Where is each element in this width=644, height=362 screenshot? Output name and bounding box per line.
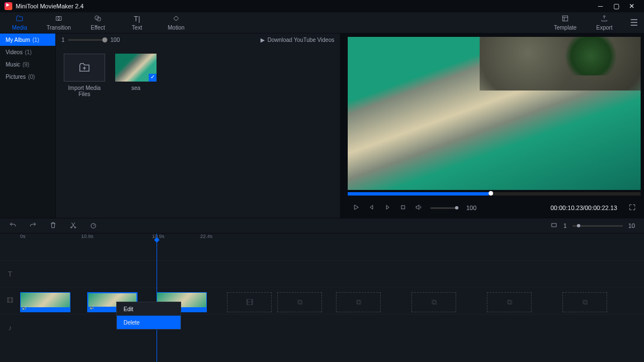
split-button[interactable] bbox=[69, 221, 77, 231]
link-icon: ⧉ bbox=[432, 298, 437, 307]
drop-slot[interactable]: ⧉ bbox=[336, 292, 381, 312]
text-track-icon: T bbox=[0, 270, 20, 278]
drop-slot[interactable]: ⧉ bbox=[277, 292, 322, 312]
svg-rect-8 bbox=[7, 298, 12, 302]
delete-button[interactable] bbox=[49, 221, 57, 231]
video-track[interactable]: 🎞 ⧉ ⧉ ⧉ ⧉ ⧉ bbox=[0, 287, 644, 314]
drop-slot[interactable]: ⧉ bbox=[411, 292, 456, 312]
album-pictures[interactable]: Pictures(0) bbox=[0, 70, 55, 83]
fullscreen-button[interactable] bbox=[628, 203, 636, 213]
context-menu-edit[interactable]: Edit bbox=[117, 302, 181, 316]
thumb-zoom-max: 100 bbox=[111, 37, 120, 43]
time-display: 00:00:10.23/00:00:22.13 bbox=[551, 204, 617, 211]
svg-rect-3 bbox=[401, 206, 405, 209]
next-frame-button[interactable] bbox=[383, 203, 391, 213]
preview-canvas[interactable] bbox=[348, 37, 641, 190]
title-bar: MiniTool MovieMaker 2.4 ─ ▢ ✕ bbox=[0, 0, 644, 12]
volume-slider[interactable] bbox=[430, 207, 458, 209]
thumb-zoom-slider[interactable] bbox=[68, 39, 107, 41]
volume-icon[interactable] bbox=[415, 203, 423, 213]
text-track[interactable]: T bbox=[0, 260, 644, 287]
minimize-button[interactable]: ─ bbox=[593, 2, 608, 10]
export-button[interactable]: Export bbox=[585, 12, 624, 34]
film-icon: 🎞 bbox=[246, 298, 253, 307]
transition-icon bbox=[55, 15, 63, 23]
redo-button[interactable] bbox=[29, 221, 37, 231]
playhead[interactable] bbox=[157, 234, 157, 362]
context-menu-delete[interactable]: Delete bbox=[117, 316, 181, 329]
tab-text[interactable]: T| Text bbox=[117, 12, 157, 34]
tab-effect[interactable]: Effect bbox=[78, 12, 117, 34]
drop-slot[interactable]: ⧉ bbox=[487, 292, 532, 312]
audio-track-icon: ♪ bbox=[0, 323, 20, 332]
audio-track[interactable]: ♪ bbox=[0, 314, 644, 341]
youtube-icon: ▶ bbox=[261, 37, 265, 43]
clip-thumbnail bbox=[115, 54, 157, 82]
album-my-album[interactable]: My Album(1) bbox=[0, 34, 55, 46]
folder-icon bbox=[16, 15, 23, 23]
undo-button[interactable] bbox=[9, 221, 17, 231]
media-panel: 1 100 ▶ Download YouTube Videos Import M… bbox=[56, 34, 340, 218]
effect-icon bbox=[94, 15, 102, 23]
drop-slot[interactable]: 🎞 bbox=[227, 292, 272, 312]
tab-transition[interactable]: Transition bbox=[39, 12, 78, 34]
album-sidebar: My Album(1) Videos(1) Music(9) Pictures(… bbox=[0, 34, 56, 218]
timeline-zoom-slider[interactable] bbox=[572, 225, 623, 227]
play-button[interactable] bbox=[352, 203, 360, 213]
context-menu: Edit Delete bbox=[116, 302, 181, 330]
template-button[interactable]: Template bbox=[546, 12, 585, 34]
thumb-zoom-min: 1 bbox=[61, 37, 65, 43]
album-videos[interactable]: Videos(1) bbox=[0, 46, 55, 58]
panel-divider[interactable] bbox=[340, 34, 344, 218]
stop-button[interactable] bbox=[399, 203, 407, 213]
svg-rect-2 bbox=[562, 16, 567, 21]
prev-frame-button[interactable] bbox=[368, 203, 376, 213]
import-folder-icon bbox=[64, 54, 105, 82]
svg-point-6 bbox=[91, 223, 96, 228]
template-icon bbox=[561, 15, 569, 23]
volume-value: 100 bbox=[466, 204, 476, 211]
tl-zoom-max: 10 bbox=[628, 222, 635, 229]
download-youtube-link[interactable]: ▶ Download YouTube Videos bbox=[261, 37, 334, 43]
tab-media[interactable]: Media bbox=[0, 12, 39, 34]
tab-motion[interactable]: Motion bbox=[157, 12, 196, 34]
motion-icon bbox=[172, 15, 180, 23]
svg-point-4 bbox=[70, 226, 72, 227]
main-toolbar: Media Transition Effect T| Text Motion T… bbox=[0, 12, 644, 34]
export-icon bbox=[600, 15, 608, 23]
timeline: 0s 10.9s 10.9s 22.4s T 🎞 ⧉ ⧉ ⧉ ⧉ ⧉ ♪ bbox=[0, 234, 644, 362]
preview-panel: 100 00:00:10.23/00:00:22.13 bbox=[344, 34, 644, 218]
drop-slot[interactable]: ⧉ bbox=[562, 292, 607, 312]
menu-button[interactable]: ☰ bbox=[624, 17, 644, 28]
speed-button[interactable] bbox=[89, 221, 97, 231]
link-icon: ⧉ bbox=[583, 298, 588, 307]
time-ruler[interactable]: 0s 10.9s 10.9s 22.4s bbox=[0, 234, 644, 245]
timeline-clip-1[interactable] bbox=[20, 292, 70, 312]
svg-point-5 bbox=[74, 226, 75, 227]
album-music[interactable]: Music(9) bbox=[0, 58, 55, 70]
text-icon: T| bbox=[134, 15, 140, 23]
video-track-icon bbox=[0, 296, 20, 306]
link-icon: ⧉ bbox=[297, 298, 302, 307]
tl-zoom-min: 1 bbox=[564, 222, 567, 229]
import-media-tile[interactable]: Import Media Files bbox=[64, 54, 105, 97]
maximize-button[interactable]: ▢ bbox=[608, 2, 624, 10]
media-clip-sea[interactable]: sea bbox=[115, 54, 157, 91]
timeline-toolbar: 1 10 bbox=[0, 218, 644, 234]
app-title: MiniTool MovieMaker 2.4 bbox=[16, 3, 593, 9]
app-logo-icon bbox=[4, 2, 12, 10]
seek-bar[interactable] bbox=[348, 192, 641, 196]
fit-button[interactable] bbox=[550, 221, 558, 231]
close-button[interactable]: ✕ bbox=[624, 2, 640, 10]
link-icon: ⧉ bbox=[356, 298, 361, 307]
link-icon: ⧉ bbox=[507, 298, 512, 307]
svg-rect-7 bbox=[552, 223, 556, 227]
